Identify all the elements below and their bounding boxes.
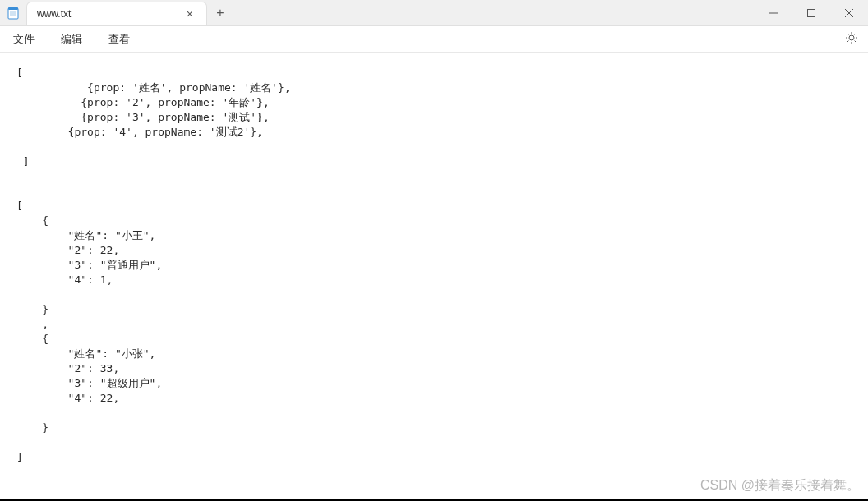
svg-rect-6	[808, 9, 815, 16]
gear-icon	[845, 31, 858, 44]
tab-close-button[interactable]: ×	[183, 6, 196, 22]
notepad-icon	[7, 7, 20, 20]
minimize-icon	[769, 9, 778, 17]
menu-view[interactable]: 查看	[105, 29, 133, 50]
svg-rect-1	[8, 7, 18, 10]
text-editor[interactable]: [ {prop: '姓名', propName: '姓名'}, {prop: '…	[0, 53, 868, 501]
titlebar: www.txt × +	[0, 0, 868, 26]
app-icon	[0, 0, 26, 25]
new-tab-button[interactable]: +	[207, 0, 233, 25]
window-controls	[755, 0, 868, 25]
close-button[interactable]	[830, 0, 868, 25]
minimize-button[interactable]	[755, 0, 792, 25]
close-icon	[845, 9, 853, 17]
menu-edit[interactable]: 编辑	[58, 29, 85, 50]
settings-button[interactable]	[845, 31, 858, 47]
menu-file[interactable]: 文件	[10, 29, 38, 50]
tab-active[interactable]: www.txt ×	[26, 2, 207, 25]
maximize-icon	[807, 9, 815, 17]
menubar: 文件 编辑 查看	[0, 26, 868, 53]
maximize-button[interactable]	[792, 0, 830, 25]
tab-title: www.txt	[37, 8, 71, 20]
